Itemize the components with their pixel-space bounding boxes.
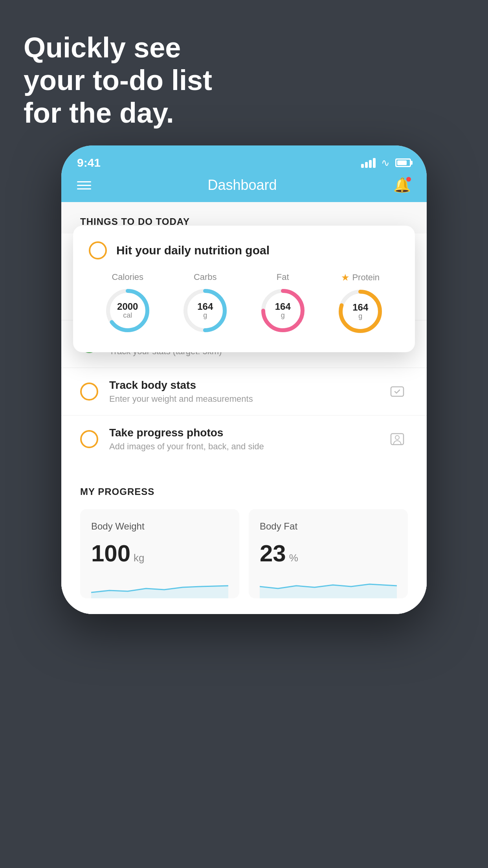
fat-unit: g xyxy=(275,312,291,320)
calories-label: Calories xyxy=(112,272,143,282)
body-fat-card: Body Fat 23 % xyxy=(249,509,408,598)
notification-dot xyxy=(406,177,411,182)
svg-point-10 xyxy=(395,436,399,440)
photos-check-circle[interactable] xyxy=(80,430,98,448)
calories-value: 2000 xyxy=(117,302,138,312)
carbs-unit: g xyxy=(197,312,213,320)
status-icons: ∿ xyxy=(361,157,411,169)
body-stats-check-circle[interactable] xyxy=(80,383,98,401)
protein-value: 164 xyxy=(352,302,368,313)
hero-line1: Quickly see xyxy=(24,31,212,64)
hero-line3: for the day. xyxy=(24,97,212,129)
body-fat-card-title: Body Fat xyxy=(260,521,397,532)
scale-icon xyxy=(387,381,408,402)
nutrition-protein: ★ Protein 164 g xyxy=(337,272,384,335)
nutrition-card: Hit your daily nutrition goal Calories xyxy=(73,226,415,352)
carbs-value: 164 xyxy=(197,302,213,312)
body-fat-chart xyxy=(260,575,397,598)
calories-donut: 2000 cal xyxy=(104,287,151,334)
photo-person-icon xyxy=(387,428,408,450)
todo-item-photos[interactable]: Take progress photos Add images of your … xyxy=(61,415,427,463)
wifi-icon: ∿ xyxy=(381,157,390,169)
status-bar: 9:41 ∿ xyxy=(61,145,427,173)
body-weight-card-title: Body Weight xyxy=(91,521,228,532)
star-icon: ★ xyxy=(341,272,350,283)
phone-wrapper: 9:41 ∿ Dashboard 🔔 xyxy=(61,145,427,614)
body-weight-value: 100 xyxy=(91,540,130,567)
battery-icon xyxy=(395,158,411,167)
body-weight-chart xyxy=(91,575,228,598)
carbs-donut: 164 g xyxy=(182,287,229,334)
nutrition-circles: Calories 2000 cal xyxy=(89,272,399,335)
fat-donut: 164 g xyxy=(259,287,306,334)
hamburger-button[interactable] xyxy=(77,181,91,189)
nav-title: Dashboard xyxy=(207,177,277,193)
hero-text: Quickly see your to-do list for the day. xyxy=(24,31,212,129)
body-fat-unit: % xyxy=(289,552,298,564)
body-fat-value-row: 23 % xyxy=(260,540,397,567)
fat-label: Fat xyxy=(277,272,289,282)
protein-unit: g xyxy=(352,313,368,320)
body-stats-name: Track body stats xyxy=(109,379,376,392)
my-progress-section: MY PROGRESS Body Weight 100 kg xyxy=(61,463,427,614)
fat-value: 164 xyxy=(275,302,291,312)
my-progress-title: MY PROGRESS xyxy=(80,486,408,497)
svg-marker-12 xyxy=(260,584,397,598)
card-title: Hit your daily nutrition goal xyxy=(116,244,270,257)
phone-mockup: 9:41 ∿ Dashboard 🔔 xyxy=(61,145,427,614)
notification-bell-button[interactable]: 🔔 xyxy=(393,177,411,193)
body-weight-value-row: 100 kg xyxy=(91,540,228,567)
calories-unit: cal xyxy=(117,312,138,320)
svg-rect-8 xyxy=(391,387,404,396)
protein-donut: 164 g xyxy=(337,288,384,335)
nutrition-carbs: Carbs 164 g xyxy=(182,272,229,334)
card-title-row: Hit your daily nutrition goal xyxy=(89,241,399,259)
protein-label: ★ Protein xyxy=(341,272,380,283)
photos-text: Take progress photos Add images of your … xyxy=(109,427,376,452)
todo-item-body-stats[interactable]: Track body stats Enter your weight and m… xyxy=(61,368,427,415)
photos-name: Take progress photos xyxy=(109,427,376,439)
nav-bar: Dashboard 🔔 xyxy=(61,173,427,202)
carbs-label: Carbs xyxy=(194,272,217,282)
body-weight-card: Body Weight 100 kg xyxy=(80,509,239,598)
svg-marker-11 xyxy=(91,586,228,598)
status-time: 9:41 xyxy=(77,156,101,169)
card-check-circle[interactable] xyxy=(89,241,107,259)
photos-sub: Add images of your front, back, and side xyxy=(109,441,376,452)
content-area: THINGS TO DO TODAY Hit your daily nutrit… xyxy=(61,202,427,614)
body-fat-value: 23 xyxy=(260,540,286,567)
things-to-do-title: THINGS TO DO TODAY xyxy=(80,216,190,227)
body-stats-sub: Enter your weight and measurements xyxy=(109,394,376,404)
body-stats-text: Track body stats Enter your weight and m… xyxy=(109,379,376,404)
nutrition-calories: Calories 2000 cal xyxy=(104,272,151,334)
hero-line2: your to-do list xyxy=(24,64,212,97)
progress-cards: Body Weight 100 kg xyxy=(80,509,408,598)
body-weight-unit: kg xyxy=(134,552,144,564)
signal-icon xyxy=(361,158,376,168)
nutrition-fat: Fat 164 g xyxy=(259,272,306,334)
